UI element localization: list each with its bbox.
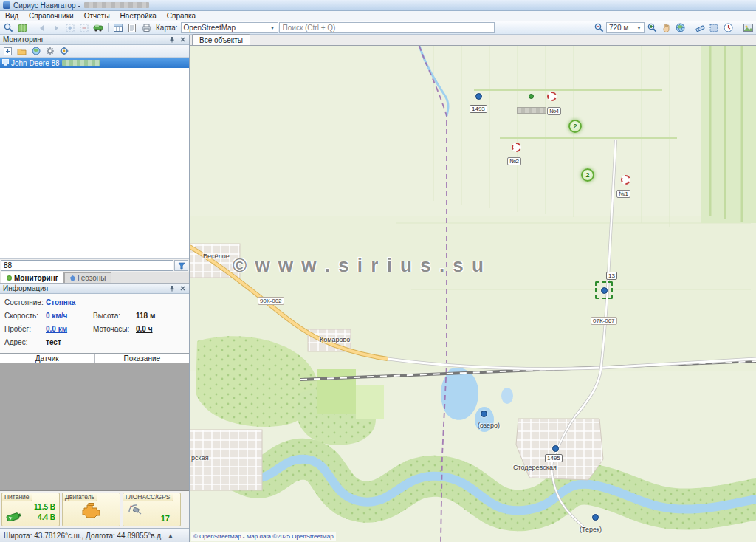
tab-geozones[interactable]: Геозоны [64, 272, 112, 283]
place-label-veseloe: Весёлое [203, 253, 230, 260]
tab-all-objects[interactable]: Все объекты [192, 34, 250, 45]
place-label-partial: рская [191, 454, 209, 462]
chevron-down-icon: ▼ [636, 25, 642, 30]
altitude-label: Высота: [93, 312, 136, 320]
close-icon[interactable] [179, 36, 186, 44]
geozones-tab-icon [70, 275, 75, 281]
gps-gauge: ГЛОНАСС/GPS 17 [123, 493, 181, 526]
toolbar-separator [32, 23, 32, 32]
main-toolbar: Карта: OpenStreetMap ▼ 720 м ▼ [0, 21, 756, 35]
filter-input[interactable] [1, 260, 173, 271]
road-shield-1493: 1493 [470, 105, 487, 113]
menu-spravka[interactable]: Справка [162, 11, 201, 21]
unit-marker-dot[interactable] [592, 514, 599, 521]
print-icon[interactable] [140, 22, 153, 34]
map-scale-select[interactable]: 720 м ▼ [606, 22, 645, 33]
window-title: Сириус Навигатор - [13, 1, 80, 10]
vehicle-icon[interactable] [92, 22, 105, 34]
unit-marker-dot[interactable] [475, 93, 482, 100]
measure-icon[interactable] [693, 22, 707, 34]
pan-hand-icon[interactable] [659, 22, 673, 34]
menu-nastroyka[interactable]: Настройка [115, 11, 162, 21]
search-input[interactable] [279, 22, 495, 33]
zoom-window-icon[interactable] [1, 22, 15, 34]
speed-label: Скорость: [4, 312, 46, 320]
forward-view-icon[interactable] [49, 22, 63, 34]
engine-icon [80, 502, 103, 520]
reading-col-header[interactable]: Показание [95, 354, 190, 363]
pin-icon[interactable] [168, 285, 176, 292]
table-icon[interactable] [111, 22, 125, 34]
road-shield-13: 13 [606, 272, 617, 280]
chevron-down-icon: ▼ [270, 25, 275, 30]
menu-spravochniki[interactable]: Справочники [24, 11, 79, 21]
clock-icon[interactable] [721, 22, 735, 34]
mileage-value[interactable]: 0.0 км [46, 325, 93, 333]
engine-gauge: Двигатель [62, 493, 120, 526]
map-mode-icon[interactable] [16, 22, 29, 34]
unit-label: John Deere 88 [11, 59, 60, 67]
map-canvas[interactable]: 1493 №4 2 №2 2 №1 13 07К-067 90К-002 Вес… [190, 46, 756, 542]
cluster-marker[interactable]: 2 [581, 168, 594, 182]
select-area-icon[interactable] [707, 22, 721, 34]
map-select-label: Карта: [154, 24, 180, 32]
hours-value[interactable]: 0.0 ч [136, 325, 185, 333]
sensor-col-header[interactable]: Датчик [0, 354, 95, 363]
left-panel-tabs: Мониторинг Геозоны [0, 272, 189, 284]
zoom-rect-out-icon[interactable] [78, 22, 91, 34]
pin-icon[interactable] [168, 36, 176, 44]
field-marker-icon[interactable] [621, 175, 630, 185]
unit-marker-green-dot[interactable] [529, 94, 534, 99]
menu-otchety[interactable]: Отчёты [79, 11, 115, 21]
altitude-value: 118 м [136, 312, 185, 320]
monitoring-tab-icon [7, 275, 12, 281]
menu-vid[interactable]: Вид [0, 11, 24, 21]
gps-gauge-label: ГЛОНАСС/GPS [123, 493, 173, 501]
settings-gear-icon[interactable] [44, 46, 56, 57]
zoom-in-icon[interactable] [645, 22, 659, 34]
globe-icon[interactable] [673, 22, 687, 34]
field-label-n4: №4 [547, 107, 561, 115]
titlebar[interactable]: Сириус Навигатор - [0, 0, 756, 11]
unit-marker-dot[interactable] [552, 445, 559, 452]
unit-tree-item[interactable]: John Deere 88 [0, 58, 189, 68]
snapshot-icon[interactable] [741, 22, 755, 34]
zoom-out-icon[interactable] [592, 22, 605, 34]
mileage-label: Пробег: [4, 325, 46, 333]
engine-gauge-label: Двигатель [62, 493, 97, 501]
panel-header-buttons [168, 285, 186, 292]
map-tab-strip: Все объекты [190, 35, 756, 46]
place-label-stoderevskaya: Стодеревская [513, 464, 557, 471]
backup-voltage-value: 4.4 В [34, 512, 55, 523]
tab-geozones-label: Геозоны [78, 274, 106, 282]
selected-unit-marker[interactable] [601, 287, 608, 294]
left-panel: Мониторинг [0, 35, 190, 542]
toolbar-separator [690, 23, 690, 32]
track-follow-icon[interactable] [58, 46, 70, 57]
groups-icon[interactable] [16, 46, 28, 57]
sensor-table-header: Датчик Показание [0, 353, 189, 363]
map-provider-value: OpenStreetMap [184, 24, 236, 32]
zoom-rect-in-icon[interactable] [63, 22, 77, 34]
coordinates-text: Широта: 43.78126°с.ш., Долгота: 44.89855… [4, 532, 163, 540]
osm-attribution[interactable]: © OpenStreetMap - Map data ©2025 OpenStr… [191, 532, 336, 541]
main-content: Мониторинг [0, 35, 756, 542]
field-marker-icon[interactable] [547, 92, 557, 101]
field-label-n2: №2 [507, 157, 521, 165]
unit-icon [2, 59, 9, 67]
statusbar-toggle-icon[interactable]: ▲ [168, 532, 173, 539]
tab-monitoring[interactable]: Мониторинг [1, 272, 64, 283]
back-view-icon[interactable] [35, 22, 49, 34]
report-icon[interactable] [126, 22, 139, 34]
units-tree[interactable]: John Deere 88 [0, 58, 189, 258]
map-provider-select[interactable]: OpenStreetMap ▼ [181, 22, 278, 33]
field-marker-icon[interactable] [512, 143, 521, 152]
close-icon[interactable] [179, 285, 186, 292]
address-label: Адрес: [4, 338, 46, 346]
expand-all-icon[interactable] [1, 46, 14, 57]
cluster-marker[interactable]: 2 [568, 120, 582, 133]
filter-funnel-icon[interactable] [174, 260, 188, 271]
state-value: Стоянка [46, 298, 185, 306]
unit-marker-dot[interactable] [481, 411, 487, 417]
show-on-map-icon[interactable] [30, 46, 42, 57]
